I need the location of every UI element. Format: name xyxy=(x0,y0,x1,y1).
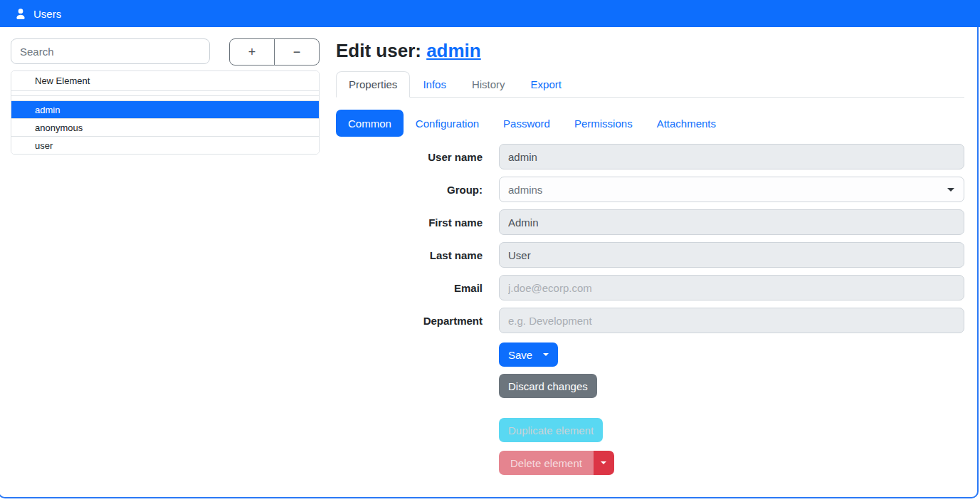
discard-changes-button[interactable]: Discard changes xyxy=(499,374,597,398)
list-item-spacer[interactable] xyxy=(11,90,319,95)
main-content: Edit user: admin Properties Infos Histor… xyxy=(322,27,977,497)
subtab-bar: Common Configuration Password Permission… xyxy=(336,110,964,137)
page-title: Edit user: admin xyxy=(336,40,964,61)
list-item-anonymous[interactable]: anonymous xyxy=(11,118,319,136)
search-input[interactable] xyxy=(11,38,210,64)
save-dropdown-caret-icon[interactable] xyxy=(543,353,549,356)
list-item-user[interactable]: user xyxy=(11,136,319,154)
list-item-admin[interactable]: admin xyxy=(11,100,319,118)
firstname-label: First name xyxy=(336,216,483,229)
save-button-label: Save xyxy=(508,349,532,361)
sidebar: + − New Element admin anonymous user xyxy=(0,27,322,497)
delete-dropdown-toggle[interactable] xyxy=(594,451,614,475)
tab-bar: Properties Infos History Export xyxy=(336,71,964,98)
list-item-spacer[interactable] xyxy=(11,95,319,100)
user-form: User name Group: admins First name xyxy=(336,144,964,333)
tab-export[interactable]: Export xyxy=(518,71,574,98)
username-label: User name xyxy=(336,151,483,163)
user-icon xyxy=(14,7,27,20)
email-field[interactable] xyxy=(499,275,964,300)
chevron-down-icon xyxy=(947,188,954,192)
save-button[interactable]: Save xyxy=(499,342,558,367)
page-container: + − New Element admin anonymous user Edi… xyxy=(0,27,979,498)
form-row: Group: admins xyxy=(336,177,964,202)
group-label: Group: xyxy=(336,184,483,196)
delete-split-button: Delete element xyxy=(499,451,614,475)
lastname-label: Last name xyxy=(336,249,483,261)
subtab-permissions[interactable]: Permissions xyxy=(562,110,645,137)
tab-history[interactable]: History xyxy=(459,71,518,98)
app-title: Users xyxy=(33,8,61,20)
subtab-configuration[interactable]: Configuration xyxy=(404,110,491,137)
form-row: First name xyxy=(336,209,964,235)
lastname-field[interactable] xyxy=(499,242,964,268)
group-select-value: admins xyxy=(508,184,542,196)
firstname-field[interactable] xyxy=(499,209,964,235)
form-row: User name xyxy=(336,144,964,169)
user-list: New Element admin anonymous user xyxy=(11,70,320,155)
duplicate-element-button[interactable]: Duplicate element xyxy=(499,418,603,442)
delete-element-button[interactable]: Delete element xyxy=(499,451,594,475)
remove-element-button[interactable]: − xyxy=(274,38,320,66)
department-field[interactable] xyxy=(499,308,964,333)
department-label: Department xyxy=(336,315,483,327)
subtab-attachments[interactable]: Attachments xyxy=(645,110,728,137)
page-title-prefix: Edit user: xyxy=(336,40,426,61)
top-navbar: Users xyxy=(0,0,980,27)
group-select[interactable]: admins xyxy=(499,177,964,202)
username-field[interactable] xyxy=(499,144,964,169)
edited-user-link[interactable]: admin xyxy=(426,40,481,61)
tab-infos[interactable]: Infos xyxy=(410,71,459,98)
form-row: Department xyxy=(336,308,964,333)
delete-dropdown-caret-icon xyxy=(601,461,606,464)
form-row: Email xyxy=(336,275,964,300)
subtab-password[interactable]: Password xyxy=(491,110,562,137)
list-item-new-element[interactable]: New Element xyxy=(11,71,319,90)
tab-properties[interactable]: Properties xyxy=(336,71,410,98)
subtab-common[interactable]: Common xyxy=(336,110,404,137)
form-row: Last name xyxy=(336,242,964,268)
list-edit-button-group: + − xyxy=(229,38,320,66)
add-element-button[interactable]: + xyxy=(229,38,275,66)
email-label: Email xyxy=(336,282,483,294)
sidebar-controls: + − xyxy=(11,38,320,66)
action-buttons: Save Discard changes Duplicate element D… xyxy=(499,342,964,475)
